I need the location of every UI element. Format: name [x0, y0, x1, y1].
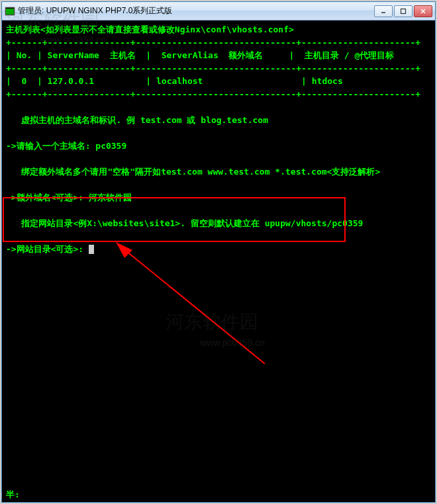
- minimize-button[interactable]: [374, 5, 393, 17]
- text-line: . 留空则默认建立在 upupw/vhosts/pc0359: [180, 218, 363, 228]
- close-button[interactable]: [414, 5, 432, 17]
- terminal[interactable]: 主机列表<如列表显示不全请直接查看或修改Nginx\conf\vhosts.co…: [2, 21, 435, 502]
- text-path: X:\websites\site1>: [87, 218, 180, 228]
- text-line: 主机列表<如列表显示不全请直接查看或修改: [6, 24, 175, 34]
- cursor: [89, 245, 94, 254]
- text-line: 指定网站目录<例: [6, 218, 87, 228]
- app-icon: [5, 6, 15, 17]
- prompt-label: ->额外域名<可选>:: [6, 192, 89, 202]
- window-controls: [374, 5, 432, 17]
- bottom-status: 半:: [6, 488, 20, 501]
- prompt-label: ->网站目录<可选>:: [6, 244, 89, 254]
- prompt-label: ->请输入一个主域名:: [6, 141, 95, 151]
- terminal-content: 主机列表<如列表显示不全请直接查看或修改Nginx\conf\vhosts.co…: [6, 23, 431, 255]
- separator: +------+----------------+---------------…: [6, 63, 420, 73]
- text-line: <支持泛解析>: [327, 167, 381, 177]
- svg-rect-1: [6, 9, 14, 15]
- table-row: | 0 | 127.0.0.1 | localhost | htdocs: [6, 76, 343, 86]
- input-value: pc0359: [95, 141, 126, 151]
- table-header: | No. | ServerName 主机名 | ServerAlias 额外域…: [6, 50, 394, 60]
- text-line: 绑定额外域名多个请用"空格"隔开如: [6, 167, 161, 177]
- separator: +------+----------------+---------------…: [6, 38, 420, 48]
- text-path: Nginx\conf\vhosts.conf>: [175, 24, 294, 34]
- separator: +------+----------------+---------------…: [6, 89, 420, 99]
- maximize-button[interactable]: [394, 5, 413, 17]
- input-value: 河东软件园: [89, 192, 132, 202]
- app-window: 管理员: UPUPW NGINX PHP7.0系列正式版 主机列表<如列表显示不…: [1, 1, 436, 503]
- text-example: test.com www.test.com *.test.com: [161, 167, 326, 177]
- text-line: 虚拟主机的主域名和标识. 例 test.com 或 blog.test.com: [6, 115, 268, 125]
- svg-rect-3: [401, 9, 406, 13]
- titlebar[interactable]: 管理员: UPUPW NGINX PHP7.0系列正式版: [2, 2, 435, 21]
- window-title: 管理员: UPUPW NGINX PHP7.0系列正式版: [18, 5, 374, 17]
